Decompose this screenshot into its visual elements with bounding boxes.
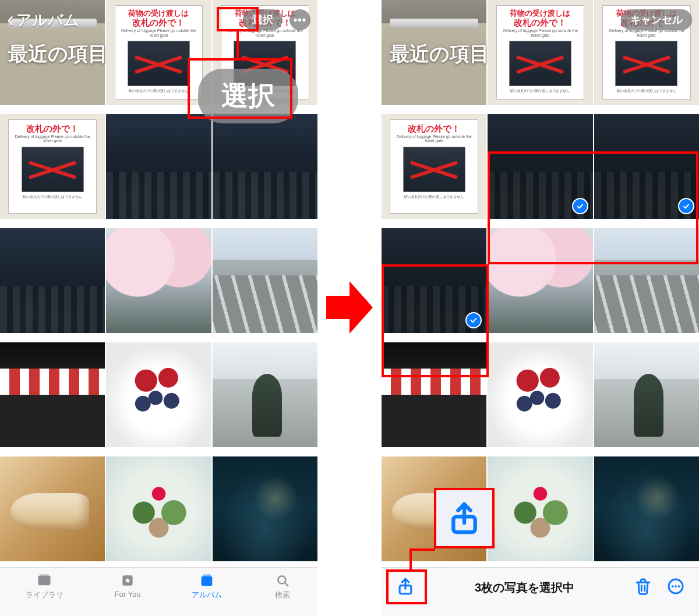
tab-label: ライブラリ [26, 590, 63, 600]
navigation-bar: キャンセル [382, 0, 699, 40]
album-title: 最近の項目 [8, 41, 108, 68]
svg-point-14 [675, 585, 677, 587]
photo-thumbnail[interactable] [213, 456, 317, 561]
more-button[interactable] [666, 577, 685, 599]
photo-thumbnail[interactable] [594, 342, 699, 447]
trash-button[interactable] [634, 577, 652, 599]
svg-point-13 [672, 585, 674, 587]
photo-thumbnail[interactable] [213, 342, 317, 447]
svg-rect-4 [203, 575, 211, 577]
photo-thumbnail[interactable] [488, 342, 592, 447]
photo-thumbnail[interactable]: 改札の外で！ Delivery of luggage Please go out… [0, 114, 105, 219]
photo-thumbnail[interactable] [213, 114, 317, 219]
photo-thumbnail[interactable] [0, 456, 105, 561]
photo-thumbnail[interactable] [213, 228, 317, 333]
tab-search[interactable]: 検索 [273, 572, 292, 600]
phone-screenshot-left: 荷物の受け渡しは 改札の外で！ Delivery of luggage Plea… [0, 0, 317, 616]
svg-rect-0 [38, 576, 51, 585]
photo-thumbnail[interactable] [0, 228, 105, 333]
chevron-left-icon: ‹ [7, 8, 14, 32]
navigation-bar: ‹ アルバム 選択 ••• [0, 0, 317, 40]
photo-thumbnail[interactable] [594, 456, 699, 561]
library-icon [35, 572, 54, 589]
photo-thumbnail[interactable] [0, 342, 105, 447]
photo-thumbnail[interactable] [488, 228, 592, 333]
sign-foot: 駅の改札内での受け渡しはできません [129, 88, 188, 94]
select-button[interactable]: 選択 [243, 9, 283, 30]
share-callout-large [436, 490, 492, 546]
photo-thumbnail[interactable] [488, 456, 592, 561]
photo-thumbnail[interactable] [594, 228, 699, 333]
back-button[interactable]: ‹ アルバム [7, 8, 79, 32]
tab-for-you[interactable]: For You [115, 572, 141, 599]
phone-screenshot-right: 荷物の受け渡しは 改札の外で！ Delivery of luggage Plea… [382, 0, 699, 616]
albums-icon [197, 572, 216, 589]
photo-thumbnail[interactable]: 改札の外で！ Delivery of luggage Please go out… [382, 114, 486, 219]
arrow-right-annotation [326, 278, 373, 337]
photo-thumbnail-selected[interactable] [594, 114, 699, 219]
svg-line-6 [285, 583, 288, 586]
photo-thumbnail[interactable] [106, 456, 211, 561]
svg-marker-7 [326, 281, 373, 334]
selection-status: 3枚の写真を選択中 [475, 580, 574, 596]
photo-thumbnail-selected[interactable] [488, 114, 592, 219]
ellipsis-icon: ••• [294, 14, 306, 26]
tab-label: アルバム [192, 590, 222, 600]
photo-thumbnail[interactable] [106, 342, 211, 447]
for-you-icon [118, 572, 137, 589]
search-icon [273, 572, 292, 589]
album-title: 最近の項目 [390, 41, 489, 68]
selection-toolbar: 3枚の写真を選択中 [382, 567, 699, 616]
photo-grid: 荷物の受け渡しは 改札の外で！ Delivery of luggage Plea… [382, 0, 699, 569]
photo-thumbnail[interactable] [106, 114, 211, 219]
tab-bar: ライブラリ For You アルバム 検索 [0, 567, 317, 616]
photo-thumbnail-selected[interactable] [382, 228, 486, 333]
back-label: アルバム [16, 10, 79, 30]
photo-thumbnail[interactable] [106, 228, 211, 333]
svg-point-5 [278, 576, 285, 583]
cancel-button[interactable]: キャンセル [621, 9, 692, 30]
select-callout-large: 選択 [198, 69, 298, 123]
check-icon [572, 198, 588, 214]
tab-albums[interactable]: アルバム [192, 572, 222, 600]
tab-label: 検索 [275, 590, 290, 600]
photo-thumbnail[interactable] [382, 342, 486, 447]
more-button[interactable]: ••• [290, 9, 310, 30]
share-button[interactable] [396, 576, 415, 599]
tab-label: For You [115, 590, 141, 599]
svg-rect-1 [40, 575, 49, 577]
svg-rect-3 [202, 576, 213, 586]
tab-library[interactable]: ライブラリ [26, 572, 63, 600]
svg-point-15 [677, 585, 680, 587]
